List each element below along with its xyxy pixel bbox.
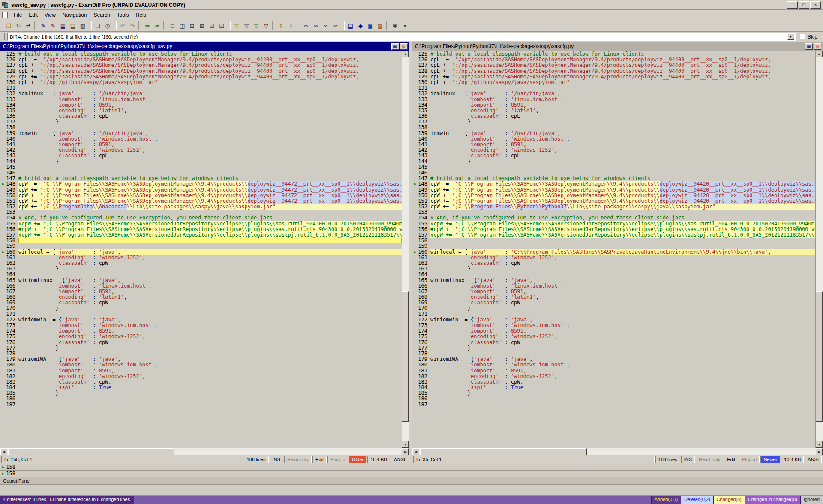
code-line[interactable]: 171 <box>412 312 815 317</box>
code-line[interactable]: 176 'classpath' : cpW <box>0 340 402 345</box>
layout-split-vertical-icon[interactable]: ◫ <box>177 21 187 30</box>
code-line[interactable]: 155#cpW += ";C:\\Program Files\\SASHome\… <box>0 221 402 227</box>
code-line[interactable]: 162 'classpath' : cpW <box>0 261 402 266</box>
plugins-icon[interactable]: ▣ <box>366 21 375 30</box>
code-line[interactable]: 146 <box>0 170 402 176</box>
menu-help[interactable]: Help <box>132 11 150 19</box>
filter-deleted-icon[interactable]: ▽ <box>252 21 261 30</box>
code-line[interactable]: 178 <box>0 351 402 357</box>
code-line[interactable]: 145 <box>0 165 402 170</box>
menu-file[interactable]: File <box>10 11 25 19</box>
chevron-down-icon[interactable]: ▼ <box>787 33 794 40</box>
scroll-up-icon[interactable]: ▲ <box>816 51 823 57</box>
code-line[interactable]: 126cpL = "/opt/sasinside/SASHome/SASDepl… <box>0 57 402 63</box>
recompare-icon[interactable]: ↻ <box>14 21 23 30</box>
code-line[interactable]: 164 <box>412 272 815 277</box>
code-line[interactable]: 145 <box>412 165 815 170</box>
code-line[interactable]: 147# build out a local classpath variabl… <box>0 176 402 181</box>
code-line[interactable]: 180 'iomhost' : 'windows.iom.host', <box>412 362 815 368</box>
scroll-left-icon[interactable]: ◀ <box>0 448 7 455</box>
code-line[interactable]: 163 } <box>412 266 815 272</box>
code-line[interactable]: 153 <box>0 210 402 215</box>
code-line[interactable]: 149cpW += ";C:\\Program Files\\SASHome\\… <box>412 187 815 193</box>
scroll-down-icon[interactable]: ▼ <box>402 441 409 448</box>
code-line[interactable]: 180 'iomhost' : 'windows.iom.host', <box>0 362 402 368</box>
code-line[interactable]: 125# build out a local classpath variabl… <box>0 51 402 57</box>
code-line[interactable]: 127cpL += ":/opt/sasinside/SASHome/SASDe… <box>412 63 815 68</box>
code-line[interactable]: 166 'iomhost' : 'linux.iom.host', <box>412 283 815 289</box>
mini-line-pane[interactable]: ▶158 <box>0 464 823 471</box>
code-line[interactable]: 161 'encoding' : 'windows-1252', <box>0 255 402 261</box>
code-line[interactable]: 141 'iomport' : 8591, <box>0 142 402 147</box>
vertical-scrollbar[interactable]: ▲ ▼ <box>402 51 409 448</box>
code-line[interactable]: 138 <box>412 125 815 130</box>
maximize-button[interactable]: □ <box>799 1 809 9</box>
code-line[interactable]: 133 'iomhost' : 'linux.iom.host', <box>412 97 815 102</box>
pane-splitter[interactable] <box>409 42 412 464</box>
windows-icon[interactable]: ◆ <box>356 21 365 30</box>
edit-second-file-icon[interactable]: ✎ <box>48 21 58 30</box>
code-area-first[interactable]: 125# build out a local classpath variabl… <box>0 51 402 448</box>
code-line[interactable]: 130cpL += ":/opt/github/saspy/java/saspy… <box>412 80 815 85</box>
filter-all-icon[interactable]: ▽ <box>232 21 241 30</box>
filter-added-icon[interactable]: ▽ <box>242 21 251 30</box>
code-line[interactable]: 128cpL += ":/opt/sasinside/SASHome/SASDe… <box>0 69 402 74</box>
copy-icon[interactable]: ❑ <box>93 21 102 30</box>
code-line[interactable]: 167 'iomport' : 8591, <box>0 289 402 294</box>
code-line[interactable]: 173 'iomhost' : 'windows.iom.host', <box>0 323 402 328</box>
scroll-up-icon[interactable]: ▲ <box>402 51 409 57</box>
code-line[interactable]: 135 'encoding' : 'latin1', <box>412 108 815 114</box>
code-line[interactable]: 166 'iomhost' : 'linux.iom.host', <box>0 283 402 289</box>
line-numbers-icon[interactable]: ☑ <box>217 21 226 30</box>
code-line[interactable]: 175 'encoding' : 'windows-1252', <box>0 334 402 339</box>
code-line[interactable]: 182 'encoding' : 'windows-1252', <box>0 374 402 379</box>
code-line[interactable]: 157#cpW += ";C:\\Program Files\\SASHome\… <box>0 232 402 238</box>
code-line[interactable]: 147# build out a local classpath variabl… <box>412 176 815 181</box>
code-line[interactable]: 161 'encoding' : 'windows-1252', <box>412 255 815 261</box>
code-line[interactable]: 181 'iomport' : 8591, <box>412 368 815 374</box>
options-icon[interactable]: ✱ <box>390 21 400 30</box>
code-line[interactable]: 185 } <box>0 390 402 396</box>
code-line[interactable]: 129cpL += ":/opt/sasinside/SASHome/SASDe… <box>0 74 402 80</box>
code-line[interactable]: 152cpW += ";C:\\ProgramData\\Anaconda3\\… <box>0 204 402 210</box>
code-line[interactable]: 127cpL += ":/opt/sasinside/SASHome/SASDe… <box>0 63 402 68</box>
code-line[interactable]: 181 'iomport' : 8591, <box>0 368 402 374</box>
code-line[interactable]: 137 } <box>0 119 402 125</box>
code-line[interactable]: 158 <box>412 238 815 243</box>
close-button[interactable]: × <box>810 1 821 9</box>
code-line[interactable]: 170 } <box>0 306 402 311</box>
menu-navigation[interactable]: Navigation <box>59 11 90 19</box>
code-line[interactable]: 159 <box>412 243 815 249</box>
code-line[interactable]: 144 } <box>412 159 815 165</box>
code-line[interactable]: 132iomlinux = {'java' : '/usr/bin/java', <box>0 91 402 96</box>
code-line[interactable]: 182 'encoding' : 'windows-1252', <box>412 374 815 379</box>
find-icon[interactable]: ◎ <box>103 21 112 30</box>
scrollbar-thumb[interactable] <box>420 448 587 455</box>
find-first-diff-icon[interactable]: ∞ <box>301 21 311 30</box>
code-line[interactable]: 144 } <box>0 159 402 165</box>
code-line[interactable]: 155#cpW += ";C:\\Program Files\\SASHome\… <box>412 221 815 227</box>
code-line[interactable]: 159 <box>0 243 402 249</box>
pane-save-icon[interactable]: ▦ <box>805 43 813 50</box>
scroll-right-icon[interactable]: ▶ <box>402 448 409 455</box>
code-line[interactable]: 140 'iomhost' : 'windows.iom.host', <box>412 136 815 142</box>
code-line[interactable]: 168 'encoding' : 'latin1', <box>412 294 815 300</box>
code-line[interactable]: 184 'sspi' : True <box>412 385 815 390</box>
redo-icon[interactable]: ↷ <box>128 21 137 30</box>
code-line[interactable]: 186 <box>0 396 402 402</box>
code-line[interactable]: 170 } <box>412 306 815 311</box>
diffbar-grip[interactable] <box>3 33 5 40</box>
code-line[interactable]: 131 <box>412 85 815 91</box>
output-pane-header[interactable]: Output Pane <box>0 477 823 485</box>
move-down-icon[interactable]: ⇓ <box>286 21 296 30</box>
code-line[interactable]: 171 <box>0 312 402 317</box>
find-last-diff-icon[interactable]: ∞ <box>331 21 340 30</box>
code-line[interactable]: ▶148cpW = "C:\\Program Files\\SASHome\\S… <box>412 181 815 187</box>
code-line[interactable]: 141 'iomport' : 8591, <box>412 142 815 147</box>
code-line[interactable]: 183 'classpath' : cpW, <box>412 379 815 385</box>
code-line[interactable]: 134 'iomport' : 8591, <box>0 102 402 108</box>
save-icon[interactable]: ▦ <box>58 21 68 30</box>
code-line[interactable]: 134 'iomport' : 8591, <box>412 102 815 108</box>
code-line[interactable]: 175 'encoding' : 'windows-1252', <box>412 334 815 339</box>
code-line[interactable]: 177 } <box>412 345 815 351</box>
